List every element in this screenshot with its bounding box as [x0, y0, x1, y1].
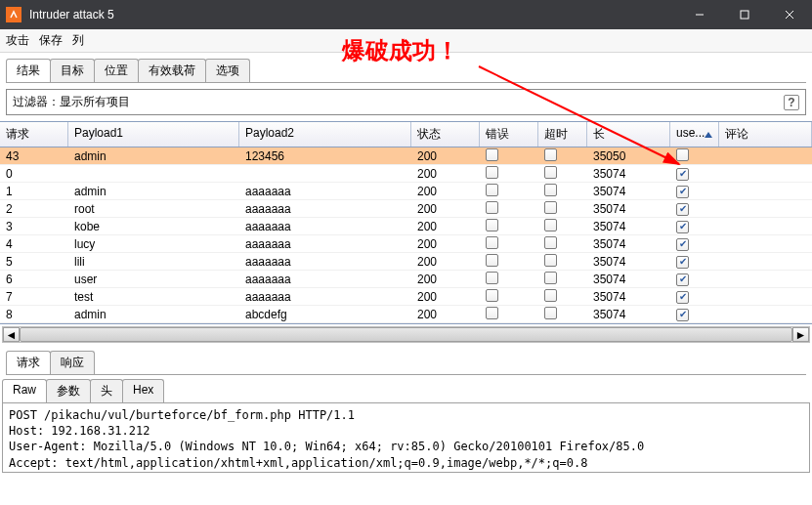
tab-request[interactable]: 请求 [6, 351, 51, 374]
subtab-headers[interactable]: 头 [90, 379, 123, 402]
table-header: 请求 Payload1 Payload2 状态 错误 超时 长 use... 评… [0, 122, 812, 147]
table-row[interactable]: 020035074 [0, 165, 812, 183]
table-body: 43admin123456200350500200350741adminaaaa… [0, 147, 812, 323]
tab-response[interactable]: 响应 [50, 351, 95, 374]
col-length[interactable]: 长 [587, 122, 670, 147]
subtab-raw[interactable]: Raw [2, 379, 47, 402]
table-row[interactable]: 4lucyaaaaaaa20035074 [0, 235, 812, 253]
col-payload2[interactable]: Payload2 [239, 122, 411, 147]
cell-checkbox [538, 200, 587, 218]
cell: root [68, 201, 239, 217]
svg-rect-1 [741, 11, 748, 19]
col-request[interactable]: 请求 [0, 122, 68, 147]
col-status[interactable]: 状态 [411, 122, 480, 147]
cell: admin [68, 184, 239, 199]
table-row[interactable]: 3kobeaaaaaaa20035074 [0, 218, 812, 235]
table-row[interactable]: 7testaaaaaaa20035074 [0, 288, 812, 306]
window-title: Intruder attack 5 [29, 8, 114, 21]
cell-checkbox [480, 165, 538, 183]
cell: abcdefg [239, 307, 411, 322]
cell: kobe [68, 219, 239, 234]
error-checkbox [486, 236, 498, 249]
cell: 35074 [587, 289, 670, 305]
timeout-checkbox [544, 201, 557, 214]
cell [719, 155, 812, 157]
menu-save[interactable]: 保存 [39, 32, 63, 49]
cell [719, 226, 812, 228]
cell [719, 314, 812, 316]
cell [719, 296, 812, 298]
col-comment[interactable]: 评论 [719, 122, 812, 147]
cell: 2 [0, 201, 68, 217]
timeout-checkbox [544, 184, 557, 196]
cell-checkbox [538, 165, 587, 183]
cell: 35074 [587, 236, 670, 252]
user-checkbox [676, 309, 689, 321]
tab-options[interactable]: 选项 [205, 59, 250, 82]
table-row[interactable]: 43admin12345620035050 [0, 147, 812, 165]
cell: lili [68, 254, 239, 270]
table-row[interactable]: 8adminabcdefg20035074 [0, 306, 812, 323]
help-icon[interactable]: ? [784, 95, 799, 110]
user-checkbox [676, 168, 689, 181]
tab-positions[interactable]: 位置 [94, 59, 139, 82]
col-payload1[interactable]: Payload1 [68, 122, 239, 147]
request-raw[interactable]: POST /pikachu/vul/burteforce/bf_form.php… [2, 402, 810, 473]
main-tabs: 结果 目标 位置 有效载荷 选项 [0, 53, 812, 82]
cell [719, 208, 812, 210]
user-checkbox [676, 274, 689, 286]
cell: 123456 [239, 148, 411, 164]
error-checkbox [486, 254, 498, 267]
cell-checkbox [480, 218, 538, 235]
minimize-button[interactable] [677, 0, 722, 29]
error-checkbox [486, 166, 498, 179]
maximize-button[interactable] [722, 0, 767, 29]
col-timeout[interactable]: 超时 [538, 122, 587, 147]
view-tabs: Raw 参数 头 Hex [0, 375, 812, 402]
table-row[interactable]: 2rootaaaaaaa20035074 [0, 200, 812, 218]
cell-checkbox [670, 147, 719, 165]
subtab-params[interactable]: 参数 [46, 379, 91, 402]
cell-checkbox [480, 288, 538, 306]
cell: 43 [0, 148, 68, 164]
subtab-hex[interactable]: Hex [122, 379, 164, 402]
cell-checkbox [480, 306, 538, 323]
tab-results[interactable]: 结果 [6, 59, 51, 82]
cell-checkbox [538, 183, 587, 200]
cell: 7 [0, 289, 68, 305]
cell [68, 173, 239, 175]
table-row[interactable]: 1adminaaaaaaa20035074 [0, 183, 812, 200]
cell: 200 [411, 236, 480, 252]
timeout-checkbox [544, 289, 557, 302]
error-checkbox [486, 307, 498, 319]
cell-checkbox [670, 306, 719, 322]
cell: 35074 [587, 219, 670, 234]
filter-bar[interactable]: 过滤器：显示所有项目 ? [6, 89, 806, 115]
cell: 35074 [587, 272, 670, 287]
h-scrollbar[interactable]: ◄ ► [2, 326, 810, 343]
cell: 35074 [587, 166, 670, 182]
scroll-right-icon[interactable]: ► [792, 327, 809, 342]
cell: 0 [0, 166, 68, 182]
col-user[interactable]: use... [670, 122, 719, 147]
cell-checkbox [670, 235, 719, 252]
title-bar: Intruder attack 5 [0, 0, 812, 29]
cell [239, 173, 411, 175]
cell: 35074 [587, 307, 670, 322]
cell-checkbox [670, 200, 719, 217]
cell: 200 [411, 184, 480, 199]
tab-target[interactable]: 目标 [50, 59, 95, 82]
user-checkbox [676, 203, 689, 216]
close-button[interactable] [767, 0, 812, 29]
table-row[interactable]: 5liliaaaaaaa20035074 [0, 253, 812, 271]
table-row[interactable]: 6useraaaaaaa20035074 [0, 271, 812, 288]
filter-label: 过滤器：显示所有项目 [13, 94, 130, 110]
cell [719, 173, 812, 175]
cell: aaaaaaa [239, 272, 411, 287]
cell: aaaaaaa [239, 201, 411, 217]
col-error[interactable]: 错误 [480, 122, 538, 147]
menu-columns[interactable]: 列 [72, 32, 84, 49]
tab-payloads[interactable]: 有效载荷 [138, 59, 206, 82]
menu-attack[interactable]: 攻击 [6, 32, 29, 49]
scroll-left-icon[interactable]: ◄ [3, 327, 20, 342]
